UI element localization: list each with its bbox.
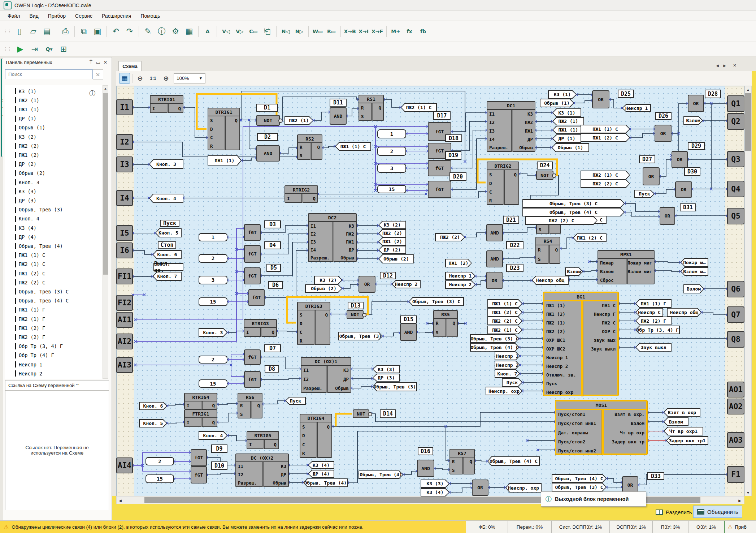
io-I4[interactable]: I4 bbox=[116, 190, 133, 206]
variable-item[interactable]: ПЖ2 (2) Г bbox=[15, 332, 45, 341]
input-variable-icon[interactable]: V◁ bbox=[220, 24, 233, 39]
variable-item[interactable]: Неиспр 1 bbox=[15, 360, 42, 369]
c-3[interactable]: 3 bbox=[199, 276, 227, 284]
io-mapping-icon[interactable]: ⊞ bbox=[57, 42, 70, 56]
io-FI2[interactable]: FI2 bbox=[116, 295, 133, 311]
dl-D28[interactable]: D28 bbox=[705, 90, 721, 98]
menu-item-3[interactable]: Сервис bbox=[70, 12, 97, 20]
tsnk-КЗ (1)[interactable]: КЗ (1) bbox=[552, 108, 581, 117]
tsnk-Неиспр С[interactable]: Неиспр С bbox=[635, 308, 663, 317]
variable-item[interactable]: Кноп. 4 bbox=[15, 214, 39, 223]
c-2[interactable]: 2 bbox=[199, 356, 227, 364]
tsrc-Обрыв (1)[interactable]: Обрыв (1) bbox=[540, 99, 574, 107]
variable-item[interactable]: ПЖ2 (1) С bbox=[15, 260, 45, 269]
dl-D22[interactable]: D22 bbox=[506, 241, 523, 249]
tsrc-ПЖ2 (2) С[interactable]: ПЖ2 (2) С bbox=[525, 216, 598, 225]
constant-icon[interactable]: C▭ bbox=[247, 24, 260, 39]
dl-D15[interactable]: D15 bbox=[400, 315, 417, 323]
tsrc-Неиспр 1[interactable]: Неиспр 1 bbox=[495, 352, 520, 360]
tsrc-КЗ (1)[interactable]: КЗ (1) bbox=[548, 90, 577, 99]
tsnk-ПЖ2 (2)[interactable]: ПЖ2 (2) bbox=[378, 229, 406, 237]
g-OR[interactable]: OR bbox=[660, 207, 675, 225]
zoom-level-select[interactable]: 100%▼ bbox=[174, 73, 205, 83]
dl-D26[interactable]: D26 bbox=[655, 112, 672, 120]
tsnk-Кноп. 5[interactable]: Кноп. 5 bbox=[155, 228, 182, 237]
tsrc-ПЖ1 (2) С[interactable]: ПЖ1 (2) С bbox=[487, 308, 522, 317]
tsrc-Кноп. 4[interactable]: Кноп. 4 bbox=[199, 431, 227, 440]
c-3[interactable]: 3 bbox=[377, 164, 406, 173]
fb-DTRIG4[interactable]: DTRIG4SDCRQ bbox=[300, 414, 332, 458]
io-AI2[interactable]: AI2 bbox=[116, 334, 133, 349]
variable-item[interactable]: ПЖ1 (2) Г bbox=[15, 323, 45, 332]
write-block-icon[interactable]: W▭ bbox=[311, 24, 324, 39]
variable-item[interactable]: ДР (3) bbox=[15, 196, 36, 205]
tsrc-Обрыв, Трев (4)[interactable]: Обрыв, Трев (4) bbox=[359, 470, 403, 479]
tsnk-КЗ (4)[interactable]: КЗ (4) bbox=[308, 461, 334, 469]
tsrc-ПЖ2 (2) С[interactable]: ПЖ2 (2) С bbox=[581, 179, 630, 188]
variable-item[interactable]: КЗ (4) bbox=[15, 223, 36, 232]
dl-D23[interactable]: D23 bbox=[506, 264, 523, 272]
g-AND[interactable]: AND bbox=[417, 460, 434, 477]
tsnk-Звук выкл[interactable]: Звук выкл bbox=[635, 343, 672, 352]
tsrc-Обрыв, Трев (4) С[interactable]: Обрыв, Трев (4) С bbox=[552, 474, 607, 483]
variable-item[interactable]: Обрыв, Трев (4) bbox=[15, 241, 63, 250]
tsnk-КЗ (2)[interactable]: КЗ (2) bbox=[378, 221, 406, 229]
variable-item[interactable]: Обр Тр (4) Г bbox=[15, 351, 54, 360]
fb-RTRIG2[interactable]: RTRIG2IQ bbox=[284, 185, 318, 203]
dl-Стоп[interactable]: Стоп bbox=[158, 241, 176, 249]
paste-icon[interactable]: ▣ bbox=[91, 24, 104, 39]
g-fGT[interactable]: fGT bbox=[244, 371, 261, 388]
io-AI1[interactable]: AI1 bbox=[116, 312, 133, 328]
fb-RTRIG4[interactable]: RTRIG4IQ bbox=[184, 393, 217, 409]
fb-DTRIG1[interactable]: DTRIG1SDCRQ bbox=[208, 108, 240, 150]
tsrc-Взлом[interactable]: Взлом bbox=[683, 284, 704, 293]
variable-item[interactable]: Обрыв (1) bbox=[15, 123, 45, 132]
tsnk-ПЖ2 (2) Г[interactable]: ПЖ2 (2) Г bbox=[635, 317, 672, 325]
menu-item-2[interactable]: Прибор bbox=[43, 12, 70, 20]
variable-item[interactable]: Обр Тр (3, 4) Г bbox=[15, 342, 63, 351]
variable-item[interactable]: ДР (4) bbox=[15, 232, 36, 241]
dl-D13[interactable]: D13 bbox=[348, 302, 364, 309]
variable-item[interactable]: Обрыв, Трев (3) С bbox=[15, 287, 69, 296]
dl-D6[interactable]: D6 bbox=[268, 281, 283, 289]
dl-D2[interactable]: D2 bbox=[257, 133, 278, 141]
io-Q8[interactable]: Q8 bbox=[727, 331, 744, 348]
fb-DC (ОХ)2[interactable]: DC (ОХ)2I1I2Разреш.КЗДРОбрыв bbox=[235, 454, 289, 487]
tsnk-ДР (1)[interactable]: ДР (1) bbox=[552, 134, 581, 143]
tsnk-Кноп. 3[interactable]: Кноп. 3 bbox=[149, 159, 183, 169]
scroll-right-icon[interactable]: ▶ bbox=[737, 497, 743, 504]
tsnk-Пожар м…[interactable]: Пожар м… bbox=[681, 258, 708, 267]
io-I6[interactable]: I6 bbox=[116, 242, 133, 258]
g-fGT[interactable]: fGT bbox=[244, 267, 261, 284]
io-Q2[interactable]: Q2 bbox=[727, 113, 744, 130]
tsnk-Неиспр 2[interactable]: Неиспр 2 bbox=[392, 280, 421, 288]
tsnk-Кноп. 6[interactable]: Кноп. 6 bbox=[153, 250, 182, 259]
dl-D5[interactable]: D5 bbox=[266, 264, 281, 272]
tsrc-Кноп. 5[interactable]: Кноп. 5 bbox=[139, 419, 167, 427]
upload-device-icon[interactable]: ⇥ bbox=[28, 42, 41, 56]
g-fGT[interactable]: fGT bbox=[248, 289, 265, 306]
c-1[interactable]: 1 bbox=[199, 233, 227, 241]
tsrc-Обрыв, Трев (3) С[interactable]: Обрыв, Трев (3) С bbox=[552, 483, 607, 491]
input-n-icon[interactable]: N◁ bbox=[279, 24, 292, 39]
dl-D19[interactable]: D19 bbox=[445, 151, 461, 160]
save-icon[interactable]: ▤ bbox=[40, 24, 53, 39]
variable-item[interactable]: ДР (2) bbox=[15, 160, 36, 169]
fb-DTRIG2[interactable]: DTRIG2SDCRQ bbox=[487, 162, 519, 205]
variable-item[interactable]: КЗ (1) bbox=[15, 87, 36, 96]
tsnk-Обрыв, Трев (3) С[interactable]: Обрыв, Трев (3) С bbox=[409, 297, 464, 306]
tsnk-ПЖ1 (1) С[interactable]: ПЖ1 (1) С bbox=[335, 142, 371, 151]
variables-table-icon[interactable]: ▦ bbox=[183, 24, 196, 39]
g-fGT[interactable]: fGT bbox=[244, 245, 261, 263]
dl-D24[interactable]: D24 bbox=[537, 162, 553, 169]
variable-item[interactable]: КЗ (2) bbox=[15, 132, 36, 141]
tsrc-Неиспр 2[interactable]: Неиспр 2 bbox=[495, 361, 520, 369]
tsrc-Обрыв (2)[interactable]: Обрыв (2) bbox=[305, 284, 342, 293]
variable-item[interactable]: ПЖ1 (1) Г bbox=[15, 305, 45, 314]
variable-item[interactable]: КЗ (3) bbox=[15, 187, 36, 196]
fb-RS7[interactable]: RS7RSQ bbox=[449, 449, 475, 474]
fb-RTRIG3[interactable]: RTRIG3IQ bbox=[244, 319, 277, 337]
tsrc-ПЖ1 (1)[interactable]: ПЖ1 (1) bbox=[208, 155, 242, 166]
fb-DC (ОХ)1[interactable]: DC (ОХ)1I1I2Разреш.КЗДРОбрыв bbox=[301, 357, 351, 393]
g-AND[interactable]: AND bbox=[486, 250, 503, 267]
